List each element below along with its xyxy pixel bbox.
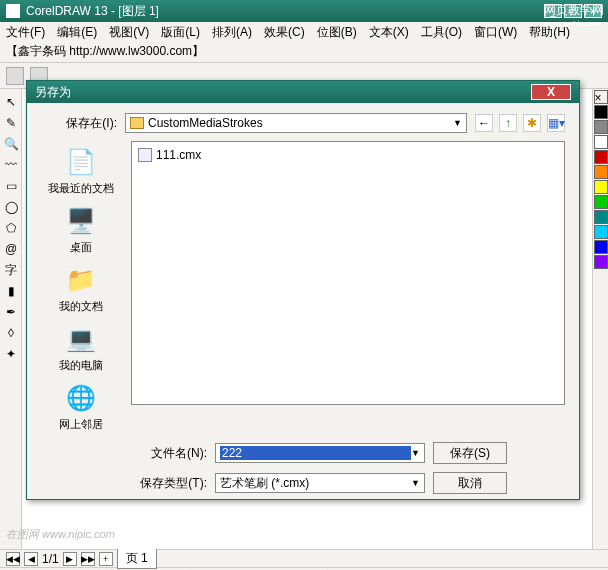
swatch-none[interactable]: ×: [594, 90, 608, 104]
save-in-label: 保存在(I):: [41, 115, 117, 132]
cancel-button[interactable]: 取消: [433, 472, 507, 494]
dialog-close-button[interactable]: X: [531, 84, 571, 100]
menu-file[interactable]: 文件(F): [6, 24, 45, 41]
filetype-label: 保存类型(T):: [131, 475, 207, 492]
menu-edit[interactable]: 编辑(E): [57, 24, 97, 41]
dialog-titlebar: 另存为 X: [27, 81, 579, 103]
place-mycomputer[interactable]: 💻 我的电脑: [59, 322, 103, 373]
swatch-yellow[interactable]: [594, 180, 608, 194]
menubar: 文件(F) 编辑(E) 视图(V) 版面(L) 排列(A) 效果(C) 位图(B…: [0, 22, 608, 63]
menu-arrange[interactable]: 排列(A): [212, 24, 252, 41]
image-watermark: 在图网 www.nipic.com: [6, 527, 115, 542]
menu-view[interactable]: 视图(V): [109, 24, 149, 41]
swatch-red[interactable]: [594, 150, 608, 164]
chevron-down-icon: ▼: [453, 118, 462, 128]
menu-window[interactable]: 窗口(W): [474, 24, 517, 41]
app-icon: [6, 4, 20, 18]
ellipse-tool-icon[interactable]: ◯: [2, 198, 20, 216]
swatch-blue[interactable]: [594, 240, 608, 254]
color-palette: ×: [592, 89, 608, 549]
text-tool-icon[interactable]: 字: [2, 261, 20, 279]
filename-label: 文件名(N):: [131, 445, 207, 462]
polygon-tool-icon[interactable]: ⬠: [2, 219, 20, 237]
mydocs-icon: 📁: [64, 263, 98, 297]
swatch-black[interactable]: [594, 105, 608, 119]
swatch-gray[interactable]: [594, 120, 608, 134]
app-titlebar: CorelDRAW 13 - [图层 1] _ □ ×: [0, 0, 608, 22]
nav-up-icon[interactable]: ↑: [499, 114, 517, 132]
menu-layout[interactable]: 版面(L): [161, 24, 200, 41]
page-navigator: ◀◀ ◀ 1/1 ▶ ▶▶ + 页 1: [0, 549, 608, 567]
dialog-title: 另存为: [35, 84, 71, 101]
file-cmx-icon: [138, 148, 152, 162]
place-desktop[interactable]: 🖥️ 桌面: [64, 204, 98, 255]
shape-tool-icon[interactable]: ✎: [2, 114, 20, 132]
places-bar: 📄 我最近的文档 🖥️ 桌面 📁 我的文档 💻 我的电脑 🌐 网上: [41, 141, 121, 432]
pick-tool-icon[interactable]: ↖: [2, 93, 20, 111]
filename-value: 222: [220, 446, 411, 460]
nav-views-icon[interactable]: ▦▾: [547, 114, 565, 132]
eyedrop-tool-icon[interactable]: ✒: [2, 303, 20, 321]
page-add-button[interactable]: +: [99, 552, 113, 566]
left-toolbox: ↖ ✎ 🔍 〰 ▭ ◯ ⬠ @ 字 ▮ ✒ ◊ ✦: [0, 89, 22, 549]
swatch-orange[interactable]: [594, 165, 608, 179]
page-next-button[interactable]: ▶: [63, 552, 77, 566]
save-in-path: CustomMediaStrokes: [148, 116, 263, 130]
swatch-teal[interactable]: [594, 210, 608, 224]
save-button[interactable]: 保存(S): [433, 442, 507, 464]
save-as-dialog: 另存为 X 保存在(I): CustomMediaStrokes ▼ ← ↑ ✱…: [26, 80, 580, 500]
filetype-combo[interactable]: 艺术笔刷 (*.cmx) ▼: [215, 473, 425, 493]
swatch-cyan[interactable]: [594, 225, 608, 239]
menu-tools[interactable]: 工具(O): [421, 24, 462, 41]
menu-barcode-ad[interactable]: 【鑫宇条码 http://www.lw3000.com】: [6, 43, 204, 60]
nav-back-icon[interactable]: ←: [475, 114, 493, 132]
chevron-down-icon: ▼: [411, 478, 420, 488]
zoom-tool-icon[interactable]: 🔍: [2, 135, 20, 153]
folder-icon: [130, 117, 144, 129]
fill-tool-icon[interactable]: ▮: [2, 282, 20, 300]
chevron-down-icon: ▼: [411, 448, 420, 458]
app-title: CorelDRAW 13 - [图层 1]: [26, 3, 159, 20]
spiral-tool-icon[interactable]: @: [2, 240, 20, 258]
file-item[interactable]: 111.cmx: [136, 146, 560, 164]
menu-effects[interactable]: 效果(C): [264, 24, 305, 41]
interactive-tool-icon[interactable]: ✦: [2, 345, 20, 363]
menu-bitmap[interactable]: 位图(B): [317, 24, 357, 41]
rect-tool-icon[interactable]: ▭: [2, 177, 20, 195]
desktop-icon: 🖥️: [64, 204, 98, 238]
place-recent[interactable]: 📄 我最近的文档: [48, 145, 114, 196]
page-tab[interactable]: 页 1: [117, 548, 157, 569]
toolbar-new-icon[interactable]: [6, 67, 24, 85]
freehand-tool-icon[interactable]: 〰: [2, 156, 20, 174]
menu-text[interactable]: 文本(X): [369, 24, 409, 41]
file-list[interactable]: 111.cmx: [131, 141, 565, 405]
recent-docs-icon: 📄: [64, 145, 98, 179]
outline-tool-icon[interactable]: ◊: [2, 324, 20, 342]
place-mydocs[interactable]: 📁 我的文档: [59, 263, 103, 314]
page-counter: 1/1: [42, 552, 59, 566]
brand-watermark: 网页教学网 www.webjx.com: [544, 2, 604, 28]
file-name: 111.cmx: [156, 148, 201, 162]
swatch-purple[interactable]: [594, 255, 608, 269]
mycomputer-icon: 💻: [64, 322, 98, 356]
save-in-combo[interactable]: CustomMediaStrokes ▼: [125, 113, 467, 133]
place-network[interactable]: 🌐 网上邻居: [59, 381, 103, 432]
nav-newfolder-icon[interactable]: ✱: [523, 114, 541, 132]
page-prev-button[interactable]: ◀: [24, 552, 38, 566]
filename-input[interactable]: 222 ▼: [215, 443, 425, 463]
page-first-button[interactable]: ◀◀: [6, 552, 20, 566]
swatch-green[interactable]: [594, 195, 608, 209]
filetype-value: 艺术笔刷 (*.cmx): [220, 475, 411, 492]
network-icon: 🌐: [64, 381, 98, 415]
page-last-button[interactable]: ▶▶: [81, 552, 95, 566]
swatch-white[interactable]: [594, 135, 608, 149]
